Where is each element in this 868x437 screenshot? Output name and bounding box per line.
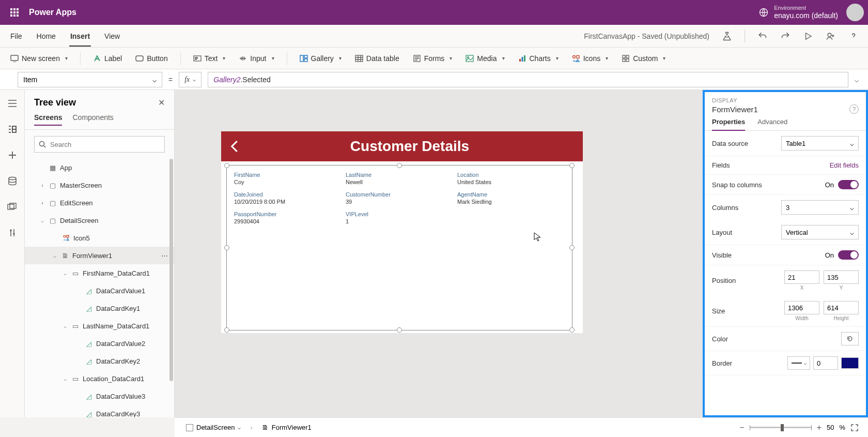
- tree-datacardkey3[interactable]: ◿DataCardKey3: [25, 405, 174, 417]
- svg-rect-20: [626, 59, 629, 62]
- size-width-input[interactable]: [784, 301, 819, 314]
- forms-dropdown[interactable]: Forms: [412, 52, 454, 65]
- resize-handle[interactable]: [569, 327, 575, 333]
- prop-layout-select[interactable]: Vertical⌵: [781, 225, 859, 239]
- media-dropdown[interactable]: Media: [464, 52, 505, 65]
- icons-dropdown[interactable]: Icons: [571, 52, 609, 65]
- play-button[interactable]: [803, 32, 813, 41]
- tree-datacardvalue3[interactable]: ◿DataCardValue3: [25, 387, 174, 405]
- menu-view[interactable]: View: [103, 27, 121, 46]
- close-icon[interactable]: ✕: [158, 98, 165, 108]
- tree-icon5[interactable]: Icon5: [25, 229, 174, 247]
- svg-point-21: [9, 177, 16, 180]
- tree-datacardkey1[interactable]: ◿DataCardKey1: [25, 299, 174, 317]
- datatable-button[interactable]: Data table: [354, 52, 400, 65]
- tab-components[interactable]: Components: [72, 113, 113, 125]
- tab-screens[interactable]: Screens: [34, 113, 62, 126]
- menu-home[interactable]: Home: [36, 27, 57, 46]
- field-key: CustomerNumber: [346, 191, 453, 198]
- environment-label: Environment: [774, 5, 838, 11]
- app-launcher-button[interactable]: [4, 2, 25, 23]
- snap-toggle[interactable]: [838, 180, 859, 189]
- tree-datacardvalue1[interactable]: ◿DataCardValue1: [25, 282, 174, 299]
- border-color-swatch[interactable]: [841, 357, 859, 369]
- redo-button[interactable]: [780, 31, 791, 41]
- label-button[interactable]: Label: [92, 52, 123, 65]
- back-icon[interactable]: [227, 139, 243, 154]
- tree-formviewer1[interactable]: ⌵🗎FormViewer1⋯: [25, 247, 174, 264]
- text-dropdown[interactable]: Text: [192, 52, 227, 65]
- resize-handle[interactable]: [569, 163, 575, 168]
- visible-toggle[interactable]: [838, 250, 859, 260]
- zoom-slider[interactable]: [750, 427, 812, 428]
- tree-lastname-card[interactable]: ⌵▭LastName_DataCard1: [25, 317, 174, 335]
- custom-dropdown[interactable]: Custom: [621, 52, 667, 65]
- menu-insert[interactable]: Insert: [69, 27, 91, 47]
- tree-location-card[interactable]: ⌵▭Location_DataCard1: [25, 370, 174, 387]
- resize-handle[interactable]: [397, 327, 402, 333]
- environment-picker[interactable]: Environment enayu.com (default): [758, 5, 838, 20]
- tree-firstname-card[interactable]: ⌵▭FirstName_DataCard1: [25, 264, 174, 282]
- tree-datacardvalue2[interactable]: ◿DataCardValue2: [25, 335, 174, 352]
- border-width-input[interactable]: [813, 356, 838, 370]
- property-selector[interactable]: Item⌵: [18, 72, 162, 87]
- search-input[interactable]: [50, 141, 160, 148]
- prop-columns-select[interactable]: 3⌵: [781, 200, 859, 215]
- fx-indicator[interactable]: fx ⌵: [179, 72, 202, 87]
- menu-file[interactable]: File: [9, 27, 23, 46]
- rail-tree-view[interactable]: [6, 123, 19, 135]
- status-element-chip[interactable]: 🗎 FormViewer1: [260, 423, 314, 432]
- design-canvas[interactable]: Customer Details FirstNameCoy LastNameNe…: [175, 90, 703, 417]
- formula-expand-icon[interactable]: ⌵: [855, 76, 859, 84]
- border-style-select[interactable]: ⌵: [787, 356, 810, 370]
- app-save-status: FirstCanvasApp - Saved (Unpublished): [584, 32, 709, 40]
- tree-masterscreen[interactable]: ›▢MasterScreen: [25, 176, 174, 194]
- resize-handle[interactable]: [224, 163, 229, 168]
- button-button[interactable]: Button: [134, 52, 168, 65]
- tree-editscreen[interactable]: ›▢EditScreen: [25, 194, 174, 212]
- prop-datasource-select[interactable]: Table1⌵: [781, 136, 859, 150]
- gallery-dropdown[interactable]: Gallery: [299, 52, 343, 65]
- share-button[interactable]: [826, 31, 836, 41]
- new-screen-button[interactable]: New screen: [9, 52, 69, 65]
- rail-data[interactable]: [6, 175, 19, 187]
- scrollbar-thumb[interactable]: [169, 159, 173, 381]
- status-screen-chip[interactable]: DetailScreen ⌵: [184, 423, 243, 432]
- help-button[interactable]: [848, 31, 859, 41]
- tree-app-node[interactable]: ▦App: [25, 159, 174, 176]
- edit-fields-link[interactable]: Edit fields: [830, 161, 859, 169]
- rail-media[interactable]: [6, 201, 19, 213]
- zoom-out-button[interactable]: −: [739, 423, 744, 432]
- position-y-input[interactable]: [824, 270, 859, 284]
- input-icon: [239, 54, 247, 63]
- rail-hamburger[interactable]: [6, 97, 19, 110]
- visible-state: On: [825, 251, 834, 259]
- formviewer-selection[interactable]: FirstNameCoy LastNameNewell LocationUnit…: [226, 165, 572, 330]
- resize-handle[interactable]: [569, 245, 575, 250]
- input-dropdown[interactable]: Input: [238, 52, 275, 65]
- undo-button[interactable]: [757, 31, 768, 41]
- fit-screen-button[interactable]: [850, 424, 859, 432]
- user-avatar[interactable]: [846, 4, 864, 21]
- zoom-in-button[interactable]: +: [817, 423, 822, 432]
- tab-properties[interactable]: Properties: [712, 118, 745, 131]
- resize-handle[interactable]: [224, 327, 229, 333]
- formula-input[interactable]: Gallery2.Selected: [208, 72, 848, 87]
- tree-search[interactable]: [34, 136, 165, 153]
- zoom-thumb[interactable]: [781, 424, 784, 431]
- rail-advanced-tools[interactable]: [6, 227, 19, 239]
- position-x-input[interactable]: [784, 270, 819, 284]
- tree-detailscreen[interactable]: ⌵▢DetailScreen: [25, 212, 174, 229]
- color-reset-button[interactable]: [841, 332, 859, 345]
- size-height-input[interactable]: [824, 301, 859, 314]
- rail-insert[interactable]: [6, 149, 19, 161]
- tree-datacardkey2[interactable]: ◿DataCardKey2: [25, 352, 174, 370]
- charts-dropdown[interactable]: Charts: [517, 52, 560, 65]
- more-icon[interactable]: ⋯: [161, 252, 169, 260]
- app-checker-button[interactable]: [722, 31, 732, 41]
- resize-handle[interactable]: [224, 245, 229, 250]
- resize-handle[interactable]: [397, 163, 402, 168]
- zoom-pct: %: [839, 424, 845, 431]
- tab-advanced[interactable]: Advanced: [757, 118, 787, 130]
- help-icon[interactable]: ?: [849, 104, 859, 114]
